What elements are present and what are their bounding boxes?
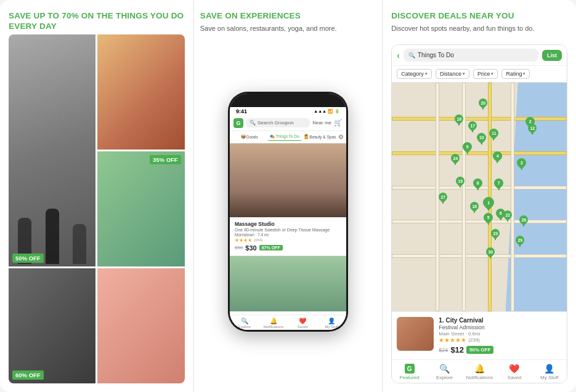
map-pin-29[interactable]: 29 xyxy=(514,236,525,249)
map-pin-1[interactable]: 1 xyxy=(483,197,494,210)
phone-time: 9:41 xyxy=(236,108,247,114)
map-phone-ui: ‹ 🔍 Things To Do List Category ▾ Distanc… xyxy=(391,44,567,383)
mystuff-icon: 👤 xyxy=(328,318,335,324)
filter-category[interactable]: Category ▾ xyxy=(397,69,432,79)
featured-icon: G xyxy=(405,364,415,374)
near-me-label[interactable]: Near me xyxy=(312,120,331,126)
phone-device: 9:41 ▲▲▲ 📶 🔋 G 🔍 Search Groupon xyxy=(228,92,348,332)
phone-mockup-wrap: 9:41 ▲▲▲ 📶 🔋 G 🔍 Search Groupon xyxy=(200,39,376,383)
deal-map-stars: ★★★★★ xyxy=(439,337,466,343)
map-pin-22[interactable]: 22 xyxy=(502,210,513,224)
deal-map-original: $24 xyxy=(439,347,448,353)
explore-map-icon: 🔍 xyxy=(439,364,450,374)
map-search-bar[interactable]: 🔍 Things To Do xyxy=(404,49,538,62)
map-header: ‹ 🔍 Things To Do List xyxy=(392,45,567,66)
badge-60off: 60% OFF xyxy=(12,370,44,380)
map-road-h4 xyxy=(392,254,567,258)
deal-cell-hair[interactable]: 60% OFF xyxy=(9,268,95,383)
map-pin-20[interactable]: 20 xyxy=(477,98,489,112)
tab-things-to-do[interactable]: 🎭 Things To Do xyxy=(267,133,301,141)
map-nav-explore[interactable]: 🔍 Explore xyxy=(427,364,462,380)
map-nav-mystuff[interactable]: 👤 My Stuff xyxy=(532,364,567,380)
map-pin-17[interactable]: 17 xyxy=(467,121,478,135)
map-pin-30[interactable]: 30 xyxy=(485,247,496,261)
filter-rating[interactable]: Rating ▾ xyxy=(501,69,530,79)
map-nav-featured[interactable]: G Featured xyxy=(392,364,427,380)
filter-price[interactable]: Price ▾ xyxy=(473,69,498,79)
tab-goods[interactable]: 📦 Goods xyxy=(232,133,266,141)
list-view-button[interactable]: List xyxy=(542,50,562,61)
nav-notifications[interactable]: 🔔 Notifications xyxy=(259,318,288,329)
notifications-icon: 🔔 xyxy=(270,318,277,324)
map-pin-23[interactable]: 23 xyxy=(490,229,501,242)
map-pin-12[interactable]: 12 xyxy=(527,124,538,137)
phone-search-bar[interactable]: G 🔍 Search Groupon Near me 🛒 xyxy=(230,116,346,131)
deal-description: One 60-minute Swedish or Deep Tissue Mas… xyxy=(235,228,341,232)
map-deal-card[interactable]: 1. City Carnival Festival Admission Main… xyxy=(392,311,567,359)
badge-50off: 50% OFF xyxy=(12,254,44,263)
deal-map-pricing: $24 $12 50% OFF xyxy=(439,345,562,354)
wifi-icon: 📶 xyxy=(328,109,333,114)
deal-thumbnail xyxy=(397,317,434,351)
phone-search-input[interactable]: 🔍 Search Groupon xyxy=(246,118,310,127)
deal-cell-drinks[interactable] xyxy=(97,34,184,150)
map-pin-7[interactable]: 7 xyxy=(493,178,505,192)
deal-cell-couple[interactable]: 35% OFF xyxy=(97,151,184,266)
signal-icon: ▲▲▲ xyxy=(314,109,327,113)
deal-discount-badge: 67% OFF xyxy=(259,245,283,250)
phone-hero2-image xyxy=(230,256,346,311)
map-nav-saved[interactable]: ❤️ Saved xyxy=(497,364,532,380)
map-nav-notifications[interactable]: 🔔 Notifications xyxy=(462,364,497,380)
panel3-title: DISCOVER DEALS NEAR YOU xyxy=(391,11,567,22)
deal-type: Festival Admission xyxy=(439,324,562,330)
panel2-subtitle: Save on salons, restaurants, yoga, and m… xyxy=(200,24,376,33)
filter-icon[interactable]: ⚙ xyxy=(338,133,344,141)
map-pin-4[interactable]: 4 xyxy=(492,151,503,165)
chevron-down-icon4: ▾ xyxy=(523,71,525,76)
hero-overlay xyxy=(230,193,346,217)
phone-deal-card[interactable]: Massage Studio One 60-minute Swedish or … xyxy=(230,217,346,256)
deal-cell-fitness[interactable]: 50% OFF xyxy=(9,34,95,266)
nav-explore[interactable]: 🔍 Explore xyxy=(230,318,259,329)
deal-cell-child[interactable] xyxy=(97,268,184,383)
map-pin-16[interactable]: 16 xyxy=(469,202,480,215)
search-icon: 🔍 xyxy=(249,120,256,126)
deal-reviews: (154) xyxy=(254,238,262,242)
map-pin-8[interactable]: 8 xyxy=(473,178,484,192)
search-placeholder: Search Groupon xyxy=(258,120,294,126)
panel-savings: SAVE UP TO 70% ON THE THINGS YOU DO EVER… xyxy=(0,0,194,392)
panel1-title: SAVE UP TO 70% ON THE THINGS YOU DO EVER… xyxy=(9,11,185,32)
tab-beauty[interactable]: 💆 Beauty & Spas xyxy=(303,133,337,141)
nav-saved[interactable]: ❤️ Saved xyxy=(288,318,317,329)
map-pin-11[interactable]: 11 xyxy=(488,129,499,142)
panel-discover: DISCOVER DEALS NEAR YOU Discover hot spo… xyxy=(383,0,576,392)
map-search-icon: 🔍 xyxy=(408,52,415,58)
map-pin-28[interactable]: 28 xyxy=(518,215,529,229)
back-button[interactable]: ‹ xyxy=(397,50,400,60)
phone-hero-image xyxy=(230,143,346,217)
deal-address: Main Street · 0.6mi xyxy=(439,331,562,337)
phone-status-bar: 9:41 ▲▲▲ 📶 🔋 xyxy=(230,107,346,116)
explore-icon: 🔍 xyxy=(241,318,248,324)
map-pin-3[interactable]: 3 xyxy=(516,158,527,172)
cart-icon[interactable]: 🛒 xyxy=(334,119,343,127)
map-pin-24[interactable]: 24 xyxy=(450,154,461,167)
nav-mystuff[interactable]: 👤 My Stuff xyxy=(317,318,346,329)
map-road-h1 xyxy=(392,151,567,155)
deal-name: Massage Studio xyxy=(235,221,341,227)
map-view[interactable]: 1 2 3 4 5 xyxy=(392,82,567,311)
map-pin-18[interactable]: 18 xyxy=(453,114,464,128)
saved-icon: ❤️ xyxy=(299,318,306,324)
deal-map-reviews: (239) xyxy=(468,337,480,343)
chevron-down-icon2: ▾ xyxy=(463,71,465,76)
deal-pricing: $90 $30 67% OFF xyxy=(235,244,341,252)
map-pin-19[interactable]: 19 xyxy=(455,177,466,190)
goods-icon: 📦 xyxy=(241,134,246,139)
map-pin-9[interactable]: 9 xyxy=(462,142,473,156)
filter-distance[interactable]: Distance ▾ xyxy=(436,69,469,79)
map-pin-27[interactable]: 27 xyxy=(437,193,448,206)
phone-status-icons: ▲▲▲ 📶 🔋 xyxy=(314,109,340,114)
map-pin-5[interactable]: 5 xyxy=(483,213,494,226)
things-icon: 🎭 xyxy=(270,134,275,139)
notifications-map-icon: 🔔 xyxy=(474,364,485,374)
